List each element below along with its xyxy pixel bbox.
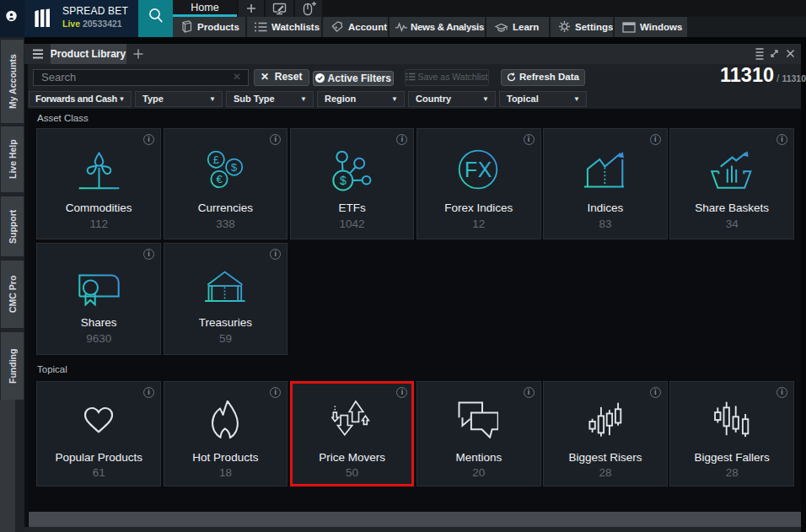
svg-text:FX: FX bbox=[465, 157, 492, 180]
svg-text:£: £ bbox=[213, 153, 220, 166]
svg-text:$: $ bbox=[340, 174, 347, 187]
svg-text:€: € bbox=[217, 173, 223, 185]
svg-text:$: $ bbox=[232, 161, 239, 174]
